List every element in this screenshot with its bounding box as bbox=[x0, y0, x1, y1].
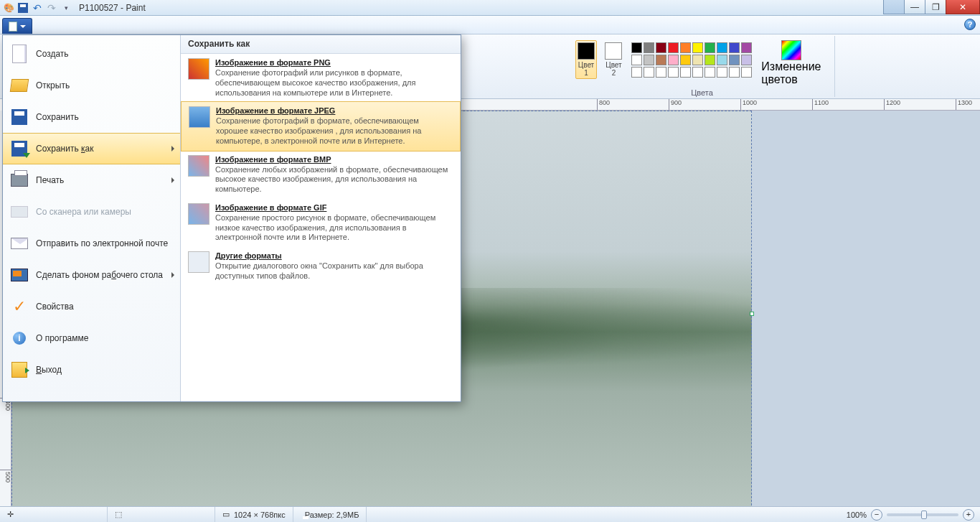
window-title: P1100527 - Paint bbox=[79, 3, 146, 13]
exit-icon bbox=[10, 360, 29, 379]
palette-swatch[interactable] bbox=[717, 67, 727, 78]
dimensions-icon: ▭ bbox=[222, 510, 230, 519]
resize-handle-e[interactable] bbox=[750, 312, 754, 316]
saveas-format-option[interactable]: Изображение в формате GIFСохранение прос… bbox=[181, 199, 461, 247]
palette-swatch[interactable] bbox=[668, 55, 679, 65]
palette-swatch[interactable] bbox=[705, 42, 715, 53]
format-title: Изображение в формате JPEG bbox=[216, 106, 453, 115]
status-selection: ⬚ bbox=[108, 507, 215, 522]
file-menu-item-label: Выход bbox=[36, 365, 62, 375]
color1-button[interactable]: Цвет 1 bbox=[575, 40, 597, 79]
file-menu-item-about[interactable]: iО программе bbox=[3, 322, 180, 354]
palette-swatch[interactable] bbox=[631, 42, 642, 53]
scan-icon bbox=[10, 202, 29, 221]
window-controls: — ❐ ✕ bbox=[884, 0, 980, 14]
palette-swatch[interactable] bbox=[705, 55, 715, 65]
file-menu-item-print[interactable]: Печать bbox=[3, 164, 180, 196]
palette-swatch[interactable] bbox=[680, 42, 691, 53]
format-title: Другие форматы bbox=[215, 251, 453, 260]
edit-colors-button[interactable]: Изменение цветов bbox=[761, 40, 821, 86]
zoom-slider-thumb[interactable] bbox=[921, 511, 927, 519]
color1-swatch bbox=[578, 42, 595, 60]
qat-save-button[interactable] bbox=[17, 2, 29, 14]
file-menu: СоздатьОткрытьСохранитьСохранить какПеча… bbox=[2, 34, 461, 402]
color-palette bbox=[631, 42, 753, 78]
minimize-button[interactable]: — bbox=[904, 0, 925, 14]
edit-colors-label: Изменение цветов bbox=[761, 60, 821, 86]
palette-swatch[interactable] bbox=[717, 55, 727, 65]
ribbon-group-colors: Цвет 1 Цвет 2 Изменение цветов Цвета bbox=[570, 36, 835, 97]
format-description: Открытие диалогового окна "Сохранить как… bbox=[215, 261, 453, 281]
qat-customize-button[interactable]: ▾ bbox=[60, 2, 72, 14]
palette-swatch[interactable] bbox=[680, 55, 691, 65]
format-icon bbox=[188, 203, 209, 225]
dimensions-value: 1024 × 768пкс bbox=[234, 511, 286, 519]
palette-swatch[interactable] bbox=[692, 55, 703, 65]
selection-icon: ⬚ bbox=[115, 510, 122, 519]
qat-undo-button[interactable]: ↶ bbox=[32, 2, 43, 14]
palette-swatch[interactable] bbox=[692, 67, 703, 78]
file-menu-item-save[interactable]: Сохранить bbox=[3, 101, 180, 133]
palette-swatch[interactable] bbox=[668, 42, 679, 53]
file-menu-item-desk[interactable]: Сделать фоном рабочего стола bbox=[3, 259, 180, 291]
palette-swatch[interactable] bbox=[631, 55, 642, 65]
qat-redo-button[interactable]: ↷ bbox=[46, 2, 57, 14]
submenu-arrow-icon bbox=[171, 272, 174, 278]
palette-swatch[interactable] bbox=[668, 67, 679, 78]
palette-swatch[interactable] bbox=[741, 67, 752, 78]
status-cursor-pos: ✛ bbox=[0, 507, 108, 522]
ruler-tick: 800 bbox=[597, 99, 610, 111]
status-bar: ✛ ⬚ ▭ 1024 × 768пкс Размер: 2,9МБ 100% −… bbox=[0, 506, 980, 522]
palette-swatch[interactable] bbox=[729, 55, 740, 65]
maximize-button[interactable]: ❐ bbox=[925, 0, 946, 14]
ruler-tick: 1200 bbox=[884, 99, 900, 111]
palette-swatch[interactable] bbox=[741, 55, 752, 65]
file-menu-item-mail[interactable]: Отправить по электронной почте bbox=[3, 228, 180, 259]
palette-swatch[interactable] bbox=[656, 67, 666, 78]
file-tab[interactable] bbox=[2, 18, 32, 34]
palette-swatch[interactable] bbox=[644, 42, 654, 53]
palette-swatch[interactable] bbox=[717, 42, 727, 53]
palette-swatch[interactable] bbox=[705, 67, 715, 78]
palette-swatch[interactable] bbox=[741, 42, 752, 53]
file-menu-item-label: Сохранить как bbox=[36, 144, 93, 154]
file-menu-item-open[interactable]: Открыть bbox=[3, 70, 180, 101]
saveas-header: Сохранить как bbox=[181, 35, 461, 54]
zoom-slider[interactable] bbox=[887, 513, 958, 516]
palette-swatch[interactable] bbox=[692, 42, 703, 53]
help-button[interactable]: ? bbox=[964, 19, 976, 30]
zoom-in-button[interactable]: + bbox=[963, 509, 974, 521]
file-menu-item-scan: Со сканера или камеры bbox=[3, 196, 180, 228]
file-menu-item-label: О программе bbox=[36, 333, 88, 343]
palette-swatch[interactable] bbox=[656, 55, 666, 65]
saveas-format-option[interactable]: Изображение в формате PNGСохранение фото… bbox=[181, 54, 461, 102]
new-icon bbox=[10, 45, 29, 63]
palette-swatch[interactable] bbox=[644, 67, 654, 78]
color2-button[interactable]: Цвет 2 bbox=[603, 40, 624, 79]
palette-swatch[interactable] bbox=[729, 67, 740, 78]
palette-swatch[interactable] bbox=[644, 55, 654, 65]
saveas-icon bbox=[10, 139, 29, 158]
palette-swatch[interactable] bbox=[729, 42, 740, 53]
file-menu-item-new[interactable]: Создать bbox=[3, 38, 180, 70]
palette-swatch[interactable] bbox=[680, 67, 691, 78]
file-menu-item-saveas[interactable]: Сохранить как bbox=[3, 133, 180, 164]
close-button[interactable]: ✕ bbox=[946, 0, 980, 14]
zoom-out-button[interactable]: − bbox=[871, 509, 882, 521]
palette-swatch[interactable] bbox=[631, 67, 642, 78]
file-menu-item-exit[interactable]: Выход bbox=[3, 354, 180, 386]
file-menu-item-props[interactable]: ✓Свойства bbox=[3, 291, 180, 322]
saveas-format-option[interactable]: Изображение в формате BMPСохранение любы… bbox=[181, 151, 461, 199]
filesize-value: Размер: 2,9МБ bbox=[305, 511, 359, 519]
props-icon: ✓ bbox=[10, 297, 29, 316]
window-blank-button[interactable] bbox=[883, 0, 905, 14]
about-icon: i bbox=[10, 329, 29, 348]
file-menu-item-label: Свойства bbox=[36, 302, 74, 312]
color2-swatch bbox=[605, 42, 622, 60]
palette-swatch[interactable] bbox=[656, 42, 666, 53]
file-menu-item-label: Печать bbox=[36, 175, 64, 185]
zoom-value: 100% bbox=[847, 511, 867, 519]
saveas-format-option[interactable]: Изображение в формате JPEGСохранение фот… bbox=[181, 101, 461, 151]
saveas-format-option[interactable]: Другие форматыОткрытие диалогового окна … bbox=[181, 247, 461, 286]
ruler-tick: 900 bbox=[669, 99, 682, 111]
